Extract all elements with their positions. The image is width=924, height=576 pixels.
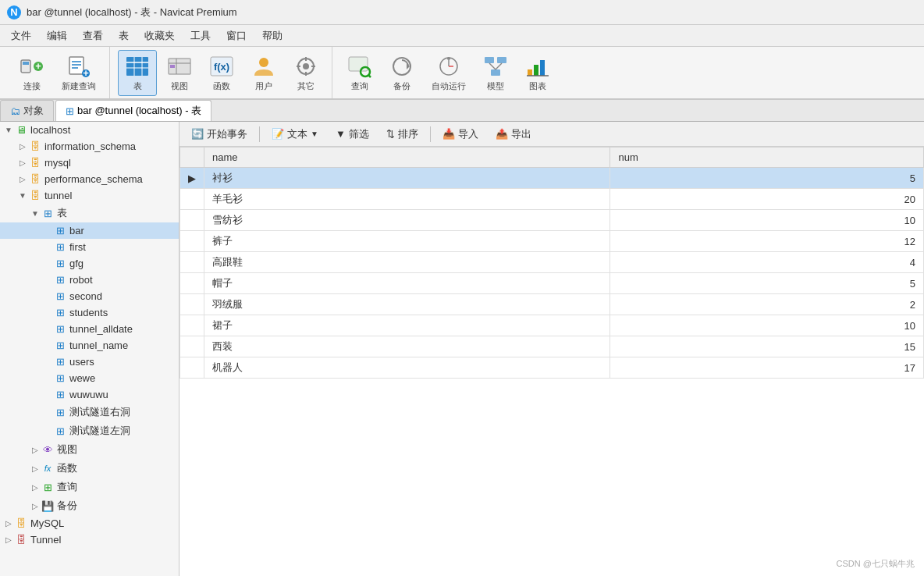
function-button[interactable]: f(x) 函数 bbox=[202, 50, 241, 96]
table-row[interactable]: 裙子10 bbox=[180, 315, 924, 336]
import-button[interactable]: 📥 导入 bbox=[435, 124, 485, 144]
menu-file[interactable]: 文件 bbox=[3, 27, 39, 45]
sidebar-item-second[interactable]: ⊞ second bbox=[0, 288, 179, 304]
table-row[interactable]: 羽绒服2 bbox=[180, 294, 924, 315]
sidebar-item-information-schema[interactable]: ▷ 🗄 information_schema bbox=[0, 138, 179, 155]
begin-transaction-icon: 🔄 bbox=[191, 128, 204, 140]
cell-num[interactable]: 10 bbox=[610, 315, 924, 336]
model-button[interactable]: 模型 bbox=[476, 50, 515, 96]
cell-num[interactable]: 2 bbox=[610, 294, 924, 315]
table-row[interactable]: 西装15 bbox=[180, 336, 924, 357]
sidebar-item-gfg[interactable]: ⊞ gfg bbox=[0, 255, 179, 272]
backup-button[interactable]: 备份 bbox=[382, 50, 421, 96]
sidebar-item-robot[interactable]: ⊞ robot bbox=[0, 272, 179, 288]
info-schema-icon: 🗄 bbox=[28, 140, 42, 152]
wewe-table-icon: ⊞ bbox=[53, 372, 67, 384]
connect-button[interactable]: + 连接 bbox=[12, 50, 52, 96]
query-button[interactable]: 查询 bbox=[340, 50, 379, 96]
export-button[interactable]: 📤 导出 bbox=[489, 124, 538, 144]
cell-num[interactable]: 15 bbox=[610, 336, 924, 357]
sidebar-funcs-group[interactable]: ▷ fx 函数 bbox=[0, 459, 179, 478]
test-left-label: 测试隧道左洞 bbox=[69, 424, 130, 438]
tab-bar-table[interactable]: ⊞ bar @tunnel (localhost) - 表 bbox=[55, 100, 211, 121]
menu-help[interactable]: 帮助 bbox=[254, 27, 290, 45]
col-indicator bbox=[180, 148, 204, 168]
autorun-button[interactable]: 自动运行 bbox=[425, 50, 473, 96]
cell-name[interactable]: 裙子 bbox=[204, 315, 610, 336]
data-table-wrapper[interactable]: name num ▶衬衫5羊毛衫20雪纺衫10裤子12高跟鞋4帽子5羽绒服2裙子… bbox=[179, 147, 924, 576]
menu-window[interactable]: 窗口 bbox=[219, 27, 254, 45]
table-row[interactable]: 裤子12 bbox=[180, 231, 924, 252]
sidebar-item-tunnel-db[interactable]: ▼ 🗄 tunnel bbox=[0, 187, 179, 204]
cell-num[interactable]: 5 bbox=[610, 273, 924, 294]
cell-name[interactable]: 西装 bbox=[204, 336, 610, 357]
test-right-icon: ⊞ bbox=[53, 407, 67, 418]
sidebar-item-users[interactable]: ⊞ users bbox=[0, 354, 179, 370]
table-row[interactable]: 雪纺衫10 bbox=[180, 210, 924, 231]
other-button[interactable]: 其它 bbox=[286, 50, 325, 96]
cell-name[interactable]: 高跟鞋 bbox=[204, 252, 610, 273]
row-indicator bbox=[180, 189, 204, 210]
bar-table-icon: ⊞ bbox=[53, 225, 67, 236]
menu-view[interactable]: 查看 bbox=[75, 27, 111, 45]
sort-button[interactable]: ⇅ 排序 bbox=[379, 124, 425, 144]
autorun-icon bbox=[436, 54, 461, 79]
cell-name[interactable]: 衬衫 bbox=[204, 168, 610, 189]
svg-rect-40 bbox=[497, 57, 506, 63]
cell-num[interactable]: 4 bbox=[610, 252, 924, 273]
menu-edit[interactable]: 编辑 bbox=[39, 27, 75, 45]
sidebar-backups-group[interactable]: ▷ 💾 备份 bbox=[0, 496, 179, 515]
sidebar-item-test-right[interactable]: ⊞ 测试隧道右洞 bbox=[0, 403, 179, 421]
sidebar-item-test-left[interactable]: ⊞ 测试隧道左洞 bbox=[0, 421, 179, 440]
sidebar-item-mysql-db[interactable]: ▷ 🗄 mysql bbox=[0, 155, 179, 171]
filter-button[interactable]: ▼ 筛选 bbox=[329, 124, 376, 144]
cell-name[interactable]: 羽绒服 bbox=[204, 294, 610, 315]
chart-button[interactable]: 图表 bbox=[518, 50, 557, 96]
sidebar-item-wewe[interactable]: ⊞ wewe bbox=[0, 370, 179, 386]
sidebar-tables-group[interactable]: ▼ ⊞ 表 bbox=[0, 204, 179, 222]
tab-objects[interactable]: 🗂 对象 bbox=[0, 100, 54, 121]
backups-label: 备份 bbox=[57, 499, 77, 513]
cell-name[interactable]: 帽子 bbox=[204, 273, 610, 294]
cell-num[interactable]: 10 bbox=[610, 210, 924, 231]
sidebar-item-tunnel-conn[interactable]: ▷ 🗄 Tunnel bbox=[0, 532, 179, 548]
sidebar-item-tunnel-name[interactable]: ⊞ tunnel_name bbox=[0, 337, 179, 354]
menu-table[interactable]: 表 bbox=[111, 27, 137, 45]
cell-name[interactable]: 雪纺衫 bbox=[204, 210, 610, 231]
table-button[interactable]: 表 bbox=[118, 50, 157, 96]
sidebar-queries-group[interactable]: ▷ ⊞ 查询 bbox=[0, 478, 179, 496]
col-num[interactable]: num bbox=[610, 148, 924, 168]
view-button[interactable]: 视图 bbox=[160, 50, 199, 96]
sidebar-views-group[interactable]: ▷ 👁 视图 bbox=[0, 440, 179, 459]
sidebar-item-mysql[interactable]: ▷ 🗄 MySQL bbox=[0, 515, 179, 532]
menu-favorites[interactable]: 收藏夹 bbox=[137, 27, 183, 45]
cell-num[interactable]: 5 bbox=[610, 168, 924, 189]
col-name[interactable]: name bbox=[204, 148, 610, 168]
table-row[interactable]: 机器人17 bbox=[180, 357, 924, 379]
cell-name[interactable]: 裤子 bbox=[204, 231, 610, 252]
begin-transaction-button[interactable]: 🔄 开始事务 bbox=[184, 124, 254, 144]
sidebar-item-wuwuwu[interactable]: ⊞ wuwuwu bbox=[0, 386, 179, 403]
cell-num[interactable]: 20 bbox=[610, 189, 924, 210]
sidebar-item-first[interactable]: ⊞ first bbox=[0, 239, 179, 255]
cell-name[interactable]: 羊毛衫 bbox=[204, 189, 610, 210]
table-row[interactable]: 高跟鞋4 bbox=[180, 252, 924, 273]
sidebar-item-tunnel-alldate[interactable]: ⊞ tunnel_alldate bbox=[0, 321, 179, 337]
sidebar-item-bar[interactable]: ⊞ bar bbox=[0, 222, 179, 239]
text-button[interactable]: 📝 文本 ▼ bbox=[265, 124, 325, 144]
new-query-icon: + bbox=[66, 54, 91, 79]
sidebar-item-performance-schema[interactable]: ▷ 🗄 performance_schema bbox=[0, 171, 179, 187]
table-row[interactable]: ▶衬衫5 bbox=[180, 168, 924, 189]
new-query-button[interactable]: + 新建查询 bbox=[55, 50, 103, 96]
cell-num[interactable]: 17 bbox=[610, 357, 924, 379]
cell-name[interactable]: 机器人 bbox=[204, 357, 610, 379]
sidebar-item-students[interactable]: ⊞ students bbox=[0, 304, 179, 321]
menu-tools[interactable]: 工具 bbox=[183, 27, 219, 45]
user-button[interactable]: 用户 bbox=[244, 50, 283, 96]
table-row[interactable]: 羊毛衫20 bbox=[180, 189, 924, 210]
views-icon: 👁 bbox=[41, 444, 55, 456]
table-row[interactable]: 帽子5 bbox=[180, 273, 924, 294]
cell-num[interactable]: 12 bbox=[610, 231, 924, 252]
user-icon bbox=[251, 54, 276, 79]
sidebar-localhost[interactable]: ▼ 🖥 localhost bbox=[0, 122, 179, 138]
